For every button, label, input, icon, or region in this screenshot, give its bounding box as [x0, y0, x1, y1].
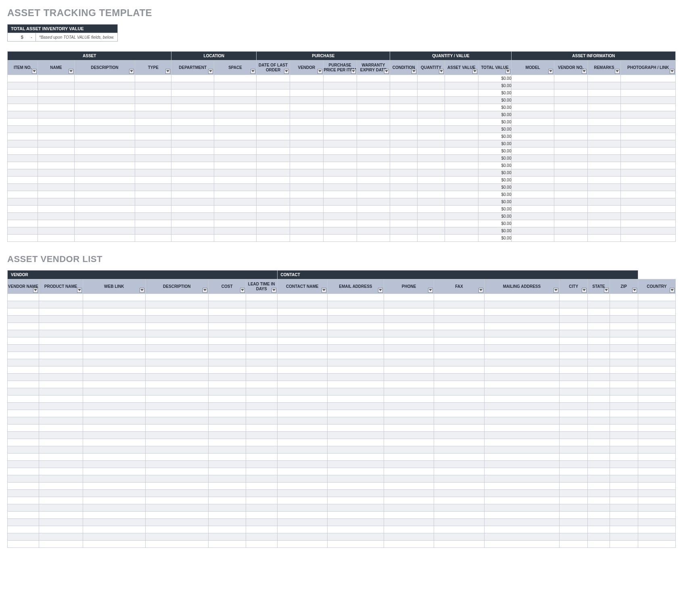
cell[interactable]: [638, 359, 675, 366]
cell[interactable]: [390, 133, 418, 140]
cell[interactable]: [512, 206, 554, 213]
cell[interactable]: [434, 497, 484, 504]
cell[interactable]: [434, 526, 484, 533]
cell[interactable]: [277, 301, 327, 308]
cell[interactable]: [610, 432, 638, 439]
filter-icon[interactable]: [165, 69, 170, 74]
cell[interactable]: [39, 417, 83, 425]
cell[interactable]: [323, 206, 357, 213]
cell[interactable]: [8, 184, 38, 191]
cell[interactable]: [384, 308, 434, 316]
cell[interactable]: [208, 512, 246, 519]
cell[interactable]: [554, 162, 587, 169]
cell[interactable]: [560, 483, 588, 490]
cell[interactable]: [434, 439, 484, 446]
cell[interactable]: [638, 504, 675, 512]
cell[interactable]: [246, 359, 277, 366]
cell[interactable]: [277, 541, 327, 548]
cell[interactable]: [638, 439, 675, 446]
cell[interactable]: [83, 417, 145, 425]
column-header[interactable]: SPACE: [214, 60, 256, 75]
cell[interactable]: $0.00: [478, 213, 512, 220]
cell[interactable]: [621, 82, 676, 89]
column-header[interactable]: STATE: [588, 279, 610, 294]
cell[interactable]: [38, 198, 74, 206]
cell[interactable]: [146, 374, 208, 381]
cell[interactable]: [418, 198, 445, 206]
cell[interactable]: [621, 198, 676, 206]
cell[interactable]: [208, 439, 246, 446]
cell[interactable]: [277, 359, 327, 366]
cell[interactable]: [384, 301, 434, 308]
cell[interactable]: [83, 330, 145, 337]
cell[interactable]: [8, 454, 39, 461]
cell[interactable]: [588, 345, 610, 352]
cell[interactable]: [8, 162, 38, 169]
cell[interactable]: [621, 155, 676, 162]
filter-icon[interactable]: [378, 288, 383, 293]
cell[interactable]: [588, 512, 610, 519]
cell[interactable]: [445, 111, 478, 119]
cell[interactable]: [290, 133, 324, 140]
cell[interactable]: [384, 374, 434, 381]
cell[interactable]: [560, 497, 588, 504]
cell[interactable]: [327, 359, 384, 366]
cell[interactable]: [290, 75, 324, 82]
cell[interactable]: [588, 490, 610, 497]
cell[interactable]: [434, 403, 484, 410]
cell[interactable]: [445, 104, 478, 111]
filter-icon[interactable]: [322, 288, 326, 293]
cell[interactable]: [384, 381, 434, 388]
cell[interactable]: [208, 526, 246, 533]
column-header[interactable]: WARRANTY EXPIRY DATE: [357, 60, 390, 75]
cell[interactable]: [214, 235, 256, 242]
cell[interactable]: [257, 140, 290, 148]
cell[interactable]: [171, 235, 214, 242]
cell[interactable]: [171, 148, 214, 155]
cell[interactable]: [434, 512, 484, 519]
cell[interactable]: [610, 374, 638, 381]
cell[interactable]: [277, 432, 327, 439]
cell[interactable]: [83, 359, 145, 366]
cell[interactable]: [290, 111, 324, 119]
cell[interactable]: [588, 403, 610, 410]
cell[interactable]: [610, 330, 638, 337]
cell[interactable]: [418, 177, 445, 184]
cell[interactable]: [434, 345, 484, 352]
cell[interactable]: [83, 439, 145, 446]
cell[interactable]: [638, 381, 675, 388]
cell[interactable]: [146, 541, 208, 548]
cell[interactable]: [610, 504, 638, 512]
cell[interactable]: [8, 133, 38, 140]
cell[interactable]: [327, 417, 384, 425]
cell[interactable]: [434, 366, 484, 374]
cell[interactable]: [588, 533, 610, 541]
cell[interactable]: [327, 381, 384, 388]
cell[interactable]: [560, 425, 588, 432]
cell[interactable]: [512, 235, 554, 242]
cell[interactable]: [554, 126, 587, 133]
cell[interactable]: [357, 140, 390, 148]
cell[interactable]: [171, 162, 214, 169]
cell[interactable]: [610, 337, 638, 345]
cell[interactable]: [418, 206, 445, 213]
cell[interactable]: [512, 213, 554, 220]
cell[interactable]: [146, 294, 208, 301]
cell[interactable]: [588, 294, 610, 301]
cell[interactable]: [588, 395, 610, 403]
cell[interactable]: [146, 359, 208, 366]
cell[interactable]: [390, 119, 418, 126]
cell[interactable]: [8, 439, 39, 446]
cell[interactable]: [323, 169, 357, 177]
cell[interactable]: [246, 461, 277, 468]
cell[interactable]: [83, 519, 145, 526]
cell[interactable]: [512, 104, 554, 111]
cell[interactable]: [327, 337, 384, 345]
cell[interactable]: [135, 162, 171, 169]
cell[interactable]: [8, 191, 38, 198]
cell[interactable]: [621, 169, 676, 177]
cell[interactable]: [257, 148, 290, 155]
cell[interactable]: [83, 526, 145, 533]
cell[interactable]: [214, 169, 256, 177]
cell[interactable]: [146, 345, 208, 352]
